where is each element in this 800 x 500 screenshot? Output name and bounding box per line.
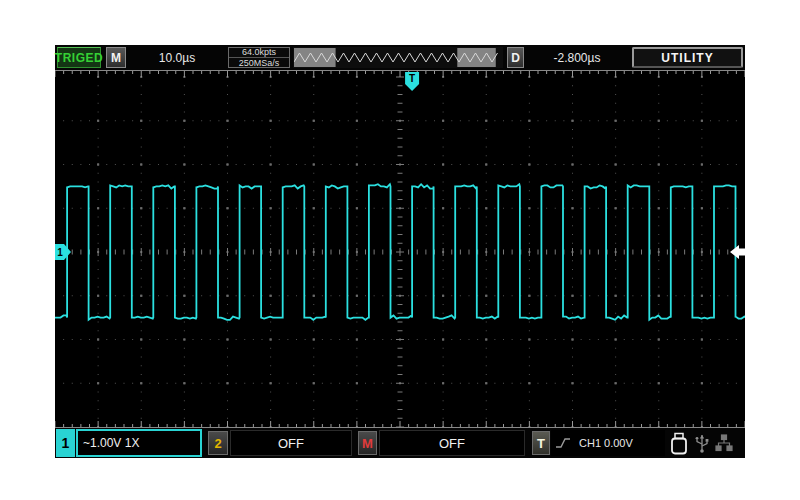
horizontal-mode-badge: M — [106, 47, 126, 68]
channel-2-status: OFF — [230, 430, 352, 456]
timebase-readout: 10.0µs — [127, 47, 227, 68]
top-status-bar: TRIGED M 10.0µs 64.0kpts 250MSa/s D -2.8… — [55, 45, 745, 70]
delay-readout: -2.800µs — [526, 47, 628, 68]
slope-rising-icon — [555, 436, 571, 450]
memory-zigzag-icon — [294, 47, 502, 68]
waveform-screen: T1 — [55, 70, 745, 428]
lan-icon — [713, 430, 735, 456]
trigger-position-marker: T — [409, 73, 415, 84]
trigger-readout: CH1 0.00V — [579, 437, 633, 449]
oscilloscope-ui: TRIGED M 10.0µs 64.0kpts 250MSa/s D -2.8… — [55, 45, 745, 458]
trigger-badge[interactable]: T — [532, 431, 550, 455]
acquisition-info-box: 64.0kpts 250MSa/s — [228, 47, 290, 68]
delay-badge: D — [507, 47, 524, 68]
usb-drive-icon — [667, 430, 689, 456]
channel-1-badge[interactable]: 1 — [56, 429, 75, 457]
usb-symbol-icon — [691, 430, 713, 456]
waveform-plot: T1 — [55, 70, 745, 428]
channel-1-settings[interactable]: ~1.00V 1X — [76, 429, 202, 457]
channel-2-badge[interactable]: 2 — [208, 431, 228, 455]
channel-1-marker: 1 — [57, 247, 63, 258]
memory-zigzag-strip — [293, 47, 503, 68]
math-badge[interactable]: M — [358, 431, 377, 455]
trigger-info: CH1 0.00V — [551, 430, 665, 456]
utility-button[interactable]: UTILITY — [632, 47, 743, 68]
memory-depth-readout: 64.0kpts — [229, 47, 289, 58]
math-status: OFF — [379, 430, 525, 456]
bottom-status-bar: 1 ~1.00V 1X 2 OFF M OFF T CH1 0.00V — [55, 428, 745, 458]
sample-rate-readout: 250MSa/s — [229, 58, 289, 68]
trigger-status-badge: TRIGED — [57, 47, 101, 68]
memory-window-block — [457, 48, 495, 67]
